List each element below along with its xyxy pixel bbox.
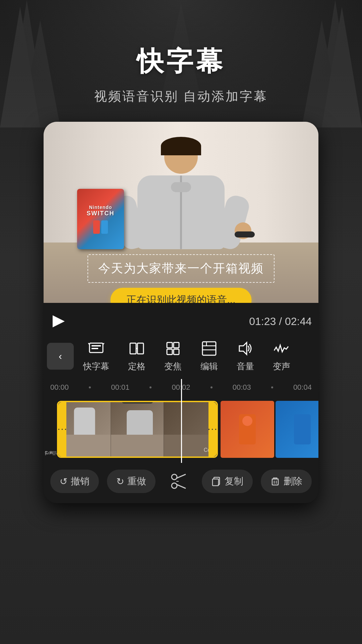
kuzimu-icon bbox=[87, 340, 105, 357]
svg-rect-16 bbox=[174, 349, 179, 355]
tool-bianji[interactable]: 编辑 bbox=[191, 340, 227, 372]
svg-line-24 bbox=[176, 474, 186, 478]
clip-handle-left[interactable]: ⋮ bbox=[58, 402, 66, 457]
svg-marker-21 bbox=[239, 342, 247, 355]
redo-button[interactable]: ↻ 重做 bbox=[107, 470, 156, 493]
kuzimu-label: 快字幕 bbox=[83, 361, 109, 372]
bianjiao-label: 变焦 bbox=[164, 361, 182, 372]
bianshen-label: 变声 bbox=[273, 361, 290, 372]
playback-controls: 01:23 / 02:44 bbox=[44, 303, 318, 336]
clip-frame-orange: Con [L R] bbox=[221, 401, 274, 458]
copy-label: 复制 bbox=[225, 475, 243, 488]
bianshen-icon bbox=[273, 340, 290, 357]
tool-bianjiao[interactable]: 变焦 bbox=[155, 340, 191, 372]
processing-label: 正在识别此视频的语音... bbox=[126, 294, 235, 303]
yinliang-icon bbox=[237, 340, 254, 357]
svg-rect-9 bbox=[92, 348, 98, 349]
tools-row: ‹ 快字幕 bbox=[44, 336, 318, 379]
phone-mockup: Nintendo SWITCH 今天为大家带来一个开箱视频 正 bbox=[44, 122, 318, 503]
copy-button[interactable]: 复制 bbox=[202, 470, 253, 493]
tool-bianshen[interactable]: 变声 bbox=[263, 340, 300, 372]
redo-icon: ↻ bbox=[116, 476, 124, 487]
ruler-mark-3: 00:03 bbox=[233, 383, 251, 392]
delete-button[interactable]: 删除 bbox=[261, 470, 312, 493]
svg-rect-14 bbox=[174, 342, 179, 348]
delete-label: 删除 bbox=[284, 475, 302, 488]
timeline-ruler: 00:00 00:01 00:02 00:03 00:04 bbox=[44, 379, 318, 396]
tool-yinliang[interactable]: 音量 bbox=[227, 340, 263, 372]
back-arrow-icon: ‹ bbox=[59, 351, 62, 362]
svg-rect-13 bbox=[167, 342, 172, 348]
bianji-label: 编辑 bbox=[200, 361, 218, 372]
undo-label: 撤销 bbox=[71, 475, 89, 488]
handle-left-icon: ⋮ bbox=[57, 425, 68, 434]
subtitle-text: 今天为大家带来一个开箱视频 bbox=[98, 260, 264, 277]
subtitle-box: 今天为大家带来一个开箱视频 bbox=[87, 254, 275, 283]
ruler-mark-0: 00:00 bbox=[50, 383, 69, 392]
video-timeline-strip[interactable]: 01:20 ⋮ bbox=[44, 396, 318, 463]
svg-rect-17 bbox=[202, 342, 216, 355]
yinliang-label: 音量 bbox=[237, 361, 254, 372]
svg-point-22 bbox=[172, 474, 177, 480]
bianji-icon bbox=[200, 340, 218, 357]
delete-icon bbox=[270, 476, 280, 486]
tool-dinge[interactable]: 定格 bbox=[119, 340, 155, 372]
undo-icon: ↺ bbox=[60, 476, 67, 487]
clip-handle-right[interactable]: ⋮ bbox=[208, 402, 217, 457]
scissors-icon bbox=[170, 473, 187, 490]
svg-rect-10 bbox=[130, 343, 136, 354]
clip-frame-blue: [L R] bbox=[276, 401, 318, 458]
redo-label: 重做 bbox=[127, 475, 146, 488]
back-button[interactable]: ‹ bbox=[47, 343, 74, 370]
remaining-clips: Con [L R] [L R] bbox=[218, 401, 318, 458]
bianjiao-icon bbox=[164, 340, 182, 357]
clip-timestamp: 01:20 bbox=[122, 401, 153, 404]
play-icon bbox=[53, 315, 65, 327]
page-subtitle: 视频语音识别 自动添加字幕 bbox=[0, 88, 362, 105]
cut-button[interactable] bbox=[164, 473, 194, 490]
svg-rect-27 bbox=[213, 479, 219, 486]
undo-button[interactable]: ↺ 撤销 bbox=[50, 470, 99, 493]
header: 快字幕 视频语音识别 自动添加字幕 bbox=[0, 0, 362, 105]
bottom-action-bar: ↺ 撤销 ↻ 重做 bbox=[44, 463, 318, 503]
play-button[interactable] bbox=[50, 313, 67, 330]
svg-rect-15 bbox=[167, 349, 172, 355]
svg-rect-8 bbox=[92, 345, 101, 346]
video-player: Nintendo SWITCH 今天为大家带来一个开箱视频 正 bbox=[44, 122, 318, 303]
svg-line-25 bbox=[176, 484, 186, 488]
dinge-icon bbox=[128, 340, 145, 357]
tools-scroll: 快字幕 定格 bbox=[74, 340, 318, 372]
ruler-mark-1: 00:01 bbox=[111, 383, 129, 392]
time-display: 01:23 / 02:44 bbox=[249, 315, 312, 328]
page-title: 快字幕 bbox=[0, 44, 362, 80]
svg-point-23 bbox=[172, 483, 177, 488]
svg-rect-11 bbox=[137, 343, 143, 354]
svg-rect-28 bbox=[272, 479, 278, 485]
dinge-label: 定格 bbox=[128, 361, 145, 372]
timeline-cursor-line bbox=[181, 379, 182, 396]
selected-clip[interactable]: 01:20 ⋮ bbox=[57, 401, 218, 458]
handle-right-icon: ⋮ bbox=[207, 425, 218, 434]
ruler-mark-4: 00:04 bbox=[293, 383, 312, 392]
tool-kuzimu[interactable]: 快字幕 bbox=[74, 340, 119, 372]
copy-icon bbox=[211, 476, 221, 486]
